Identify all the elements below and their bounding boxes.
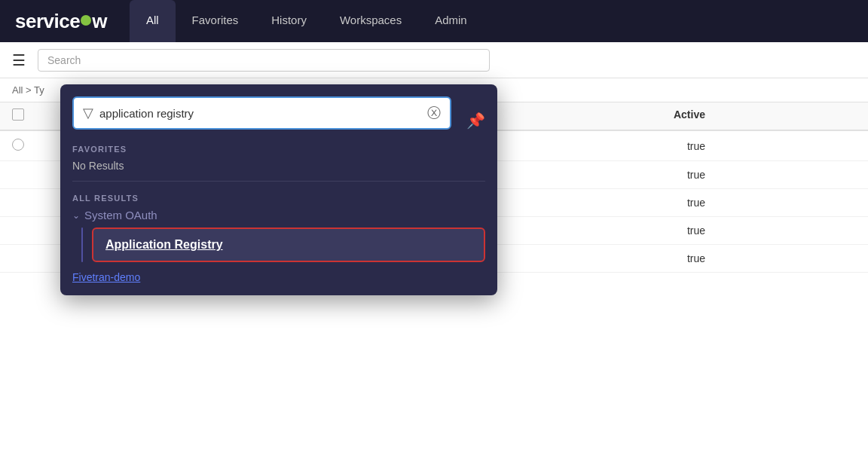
top-navigation: servicew All Favorites History Workspace… (0, 0, 868, 42)
header-checkbox[interactable] (12, 108, 24, 121)
tab-favorites[interactable]: Favorites (176, 0, 255, 42)
tab-admin[interactable]: Admin (418, 0, 484, 42)
filter-icon: ▽ (83, 105, 93, 121)
application-registry-link[interactable]: Application Registry (92, 228, 485, 262)
nav-tabs: All Favorites History Workspaces Admin (130, 0, 484, 42)
row-radio-1[interactable] (12, 139, 24, 151)
content-area: ☰ All > Ty Active true true true true (0, 42, 868, 455)
table-check-header (12, 108, 36, 124)
pin-icon[interactable]: 📌 (466, 111, 485, 130)
partial-result-row[interactable]: Fivetran-demo (72, 271, 485, 283)
results-tree: ⌄ System OAuth Application Registry (72, 209, 485, 262)
all-results-label: ALL RESULTS (72, 194, 485, 203)
tab-history[interactable]: History (255, 0, 323, 42)
breadcrumb-text: All > Ty (12, 84, 44, 96)
table-active-header: Active (674, 108, 856, 124)
row-active-2: true (687, 169, 856, 181)
favorites-section-label: FAVORITES (72, 145, 485, 154)
chevron-down-icon[interactable]: ⌄ (72, 210, 80, 221)
tab-all[interactable]: All (130, 0, 176, 42)
search-dropdown-panel: ▽ ⓧ 📌 FAVORITES No Results ALL RESULTS ⌄… (60, 84, 497, 295)
secondary-bar: ☰ (0, 42, 868, 78)
tree-indent-line (81, 228, 83, 262)
logo: servicew (15, 10, 107, 33)
tree-child-row: Application Registry (81, 228, 485, 262)
dropdown-search-container: ▽ ⓧ (72, 96, 451, 130)
tree-parent-label: System OAuth (84, 209, 157, 221)
logo-dot (81, 15, 91, 26)
tree-parent-system-oauth: ⌄ System OAuth (72, 209, 485, 221)
row-active-5: true (687, 252, 856, 264)
tab-workspaces[interactable]: Workspaces (323, 0, 418, 42)
no-results-text: No Results (72, 160, 485, 172)
hamburger-icon[interactable]: ☰ (12, 51, 26, 69)
row-active-1: true (687, 140, 856, 152)
logo-text-before: service (15, 10, 80, 33)
dropdown-search-input[interactable] (99, 107, 421, 120)
clear-icon[interactable]: ⓧ (427, 104, 441, 122)
row-active-4: true (687, 224, 856, 237)
logo-text-after: w (92, 10, 107, 33)
row-active-3: true (687, 197, 856, 209)
section-divider (72, 181, 485, 182)
main-search-input[interactable] (38, 49, 490, 72)
